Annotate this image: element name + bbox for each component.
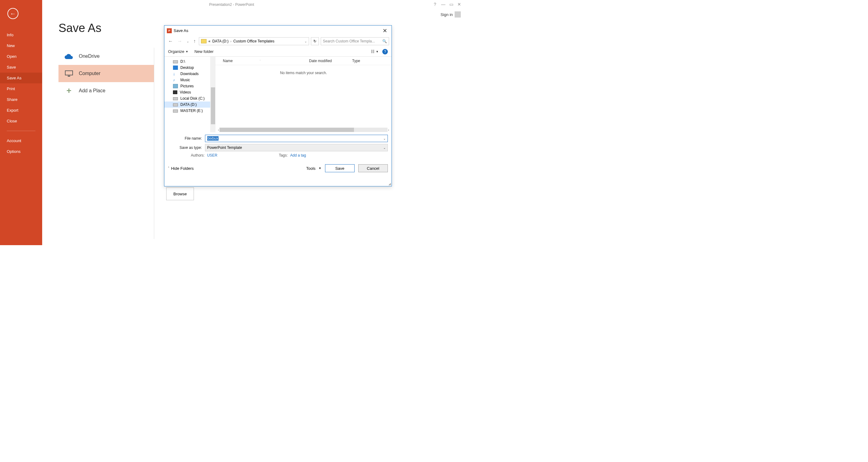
resize-grip-icon[interactable]: ◢ bbox=[389, 182, 391, 186]
column-name[interactable]: Name bbox=[223, 59, 233, 63]
sidebar-item-open[interactable]: Open bbox=[0, 51, 42, 62]
sidebar-item-new[interactable]: New bbox=[0, 40, 42, 51]
scroll-thumb[interactable] bbox=[211, 87, 215, 124]
tree-item[interactable]: Pictures bbox=[164, 83, 215, 89]
column-date[interactable]: Date modified bbox=[309, 59, 352, 63]
search-icon: 🔍 bbox=[382, 39, 387, 43]
restore-icon[interactable]: ▭ bbox=[449, 2, 454, 7]
breadcrumb-seg[interactable]: Custom Office Templates bbox=[233, 39, 275, 43]
location-computer[interactable]: Computer bbox=[59, 65, 154, 82]
tree-item[interactable]: ↓Downloads bbox=[164, 71, 215, 77]
chevron-down-icon: ▼ bbox=[186, 50, 188, 53]
location-add-place[interactable]: + Add a Place bbox=[59, 82, 154, 99]
nav-up-icon[interactable]: ↑ bbox=[192, 38, 197, 44]
refresh-icon[interactable]: ↻ bbox=[311, 37, 319, 45]
column-type[interactable]: Type bbox=[352, 59, 392, 63]
location-label: OneDrive bbox=[79, 54, 100, 59]
chevron-down-icon[interactable]: ⌄ bbox=[304, 40, 307, 43]
sidebar-item-save[interactable]: Save bbox=[0, 62, 42, 73]
scroll-left-icon[interactable]: ‹ bbox=[217, 128, 219, 132]
folder-icon bbox=[201, 39, 207, 43]
new-folder-button[interactable]: New folder bbox=[194, 49, 214, 54]
tags-value[interactable]: Add a tag bbox=[290, 153, 306, 158]
file-name-value: bixbux bbox=[207, 136, 219, 140]
file-name-input[interactable]: bixbux ⌄ bbox=[205, 135, 388, 142]
save-type-label: Save as type: bbox=[168, 145, 205, 150]
nav-recent-icon[interactable]: ⌄ bbox=[185, 39, 190, 44]
music-icon: ♪ bbox=[173, 78, 178, 82]
separator bbox=[154, 48, 154, 239]
file-name-label: File name: bbox=[168, 136, 205, 140]
save-type-select[interactable]: PowerPoint Template ⌄ bbox=[205, 144, 388, 151]
help-icon[interactable]: ? bbox=[434, 2, 436, 7]
close-window-icon[interactable]: ✕ bbox=[457, 2, 461, 7]
tree-scrollbar[interactable] bbox=[210, 57, 215, 132]
chevron-up-icon: ˆ bbox=[168, 166, 169, 170]
tags-label: Tags: bbox=[279, 153, 288, 158]
chevron-down-icon[interactable]: ⌄ bbox=[383, 146, 386, 150]
computer-icon bbox=[65, 70, 73, 77]
scroll-right-icon[interactable]: › bbox=[388, 128, 390, 132]
videos-icon bbox=[173, 91, 177, 94]
browse-button[interactable]: Browse bbox=[166, 187, 194, 200]
sidebar-item-print[interactable]: Print bbox=[0, 84, 42, 94]
drive-icon bbox=[173, 60, 178, 63]
file-list: Nameˆ Date modified Type No items match … bbox=[215, 57, 392, 132]
chevron-down-icon: ▼ bbox=[376, 50, 379, 53]
sidebar-item-account[interactable]: Account bbox=[0, 135, 42, 146]
sidebar-item-save-as[interactable]: Save As bbox=[0, 73, 42, 84]
plus-icon: + bbox=[65, 87, 73, 94]
back-button[interactable]: ← bbox=[7, 8, 19, 19]
horizontal-scrollbar[interactable]: ‹ › bbox=[217, 127, 390, 132]
sidebar-item-options[interactable]: Options bbox=[0, 146, 42, 157]
sidebar-item-export[interactable]: Export bbox=[0, 105, 42, 116]
help-icon[interactable]: ? bbox=[382, 49, 388, 55]
tree-item[interactable]: Desktop bbox=[164, 65, 215, 71]
hide-folders-toggle[interactable]: ˆHide Folders bbox=[168, 166, 194, 171]
sign-in-link[interactable]: Sign in bbox=[440, 12, 453, 17]
tree-item[interactable]: D:\ bbox=[164, 59, 215, 65]
tree-item[interactable]: Local Disk (C:) bbox=[164, 95, 215, 101]
svg-rect-1 bbox=[68, 76, 70, 76]
desktop-icon bbox=[173, 66, 178, 70]
nav-back-icon[interactable]: ← bbox=[167, 38, 174, 44]
location-label: Computer bbox=[79, 71, 100, 76]
chevron-down-icon[interactable]: ⌄ bbox=[383, 137, 386, 140]
pictures-icon bbox=[173, 84, 178, 88]
location-onedrive[interactable]: OneDrive bbox=[59, 48, 154, 65]
scroll-thumb[interactable] bbox=[219, 128, 354, 132]
tree-item[interactable]: DATA (D:) bbox=[164, 101, 215, 108]
tree-item[interactable]: MASTER (E:) bbox=[164, 108, 215, 114]
minimize-icon[interactable]: — bbox=[441, 2, 445, 7]
breadcrumb-prefix[interactable]: « bbox=[208, 39, 211, 43]
authors-value[interactable]: USER bbox=[207, 153, 217, 158]
drive-icon bbox=[173, 109, 178, 112]
save-type-value: PowerPoint Template bbox=[207, 145, 242, 150]
chevron-down-icon: ▼ bbox=[318, 167, 321, 170]
sidebar-item-info[interactable]: Info bbox=[0, 30, 42, 40]
sidebar-item-close[interactable]: Close bbox=[0, 116, 42, 126]
tree-item[interactable]: Videos bbox=[164, 89, 215, 95]
dialog-title: Save As bbox=[174, 28, 188, 33]
sort-indicator-icon: ˆ bbox=[260, 59, 261, 62]
address-bar[interactable]: « DATA (D:) › Custom Office Templates ⌄ bbox=[199, 37, 309, 45]
chevron-right-icon[interactable]: › bbox=[230, 40, 231, 43]
sidebar-item-share[interactable]: Share bbox=[0, 94, 42, 105]
tree-item[interactable]: ♪Music bbox=[164, 77, 215, 83]
drive-icon bbox=[173, 97, 178, 100]
search-placeholder: Search Custom Office Templa... bbox=[323, 39, 375, 43]
nav-forward-icon[interactable]: → bbox=[176, 38, 183, 44]
organize-menu[interactable]: Organize▼ bbox=[168, 49, 188, 54]
breadcrumb-seg[interactable]: DATA (D:) bbox=[212, 39, 229, 43]
close-icon[interactable]: ✕ bbox=[381, 27, 389, 34]
folder-tree: D:\ Desktop ↓Downloads ♪Music Pictures V… bbox=[164, 57, 215, 132]
tools-menu[interactable]: Tools▼ bbox=[306, 166, 321, 171]
download-icon: ↓ bbox=[173, 72, 178, 76]
cancel-button[interactable]: Cancel bbox=[358, 164, 388, 172]
save-button[interactable]: Save bbox=[325, 164, 354, 172]
search-input[interactable]: Search Custom Office Templa... 🔍 bbox=[321, 37, 389, 45]
authors-label: Authors: bbox=[191, 153, 205, 158]
drive-icon bbox=[173, 103, 178, 106]
page-title: Save As bbox=[59, 22, 101, 35]
view-menu[interactable]: ☷ ▼ bbox=[371, 49, 379, 54]
